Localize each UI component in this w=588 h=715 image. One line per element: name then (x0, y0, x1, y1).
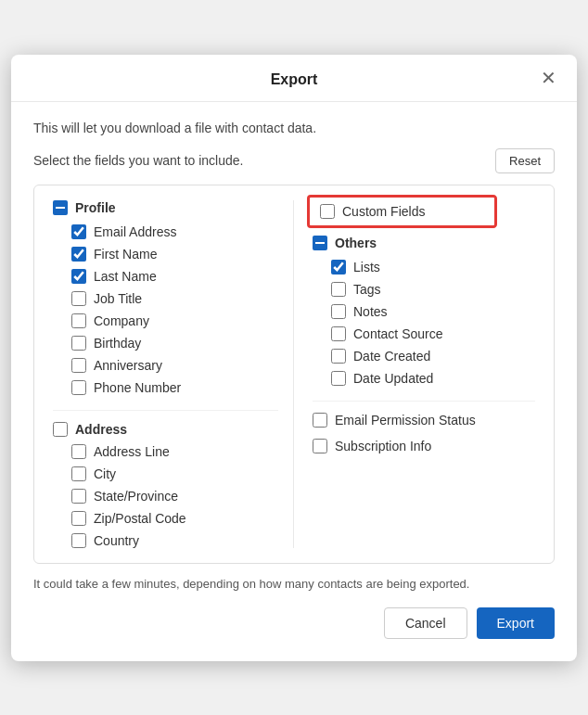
close-button[interactable]: ✕ (537, 65, 560, 91)
field-email-label: Email Address (94, 224, 176, 239)
field-country-label: Country (94, 533, 139, 548)
modal-title: Export (271, 71, 318, 88)
field-birthday[interactable]: Birthday (71, 336, 278, 351)
field-lists-label: Lists (353, 260, 380, 275)
checkbox-date-created[interactable] (331, 349, 346, 364)
address-section: Address Address Line City (53, 410, 278, 548)
left-column: Profile Email Address First Name (53, 200, 294, 548)
checkbox-phone-number[interactable] (71, 380, 86, 395)
field-date-updated-label: Date Updated (353, 371, 433, 386)
field-contact-source-label: Contact Source (353, 326, 443, 341)
field-city[interactable]: City (71, 466, 278, 481)
field-date-created[interactable]: Date Created (331, 349, 535, 364)
field-lists[interactable]: Lists (331, 260, 535, 275)
field-phone-number-label: Phone Number (94, 380, 181, 395)
export-button[interactable]: Export (477, 607, 555, 639)
custom-fields-section: Custom Fields (313, 200, 535, 223)
checkbox-lists[interactable] (331, 260, 346, 275)
subscription-info-wrapper: Subscription Info (313, 439, 535, 453)
checkbox-address[interactable] (53, 422, 68, 437)
others-label: Others (335, 236, 377, 250)
field-job-title[interactable]: Job Title (71, 291, 278, 306)
field-notes-label: Notes (353, 304, 388, 319)
overlay: Export ✕ This will let you download a fi… (0, 0, 588, 715)
email-permission-wrapper: Email Permission Status (313, 401, 535, 428)
checkbox-subscription-info[interactable] (313, 439, 327, 453)
checkbox-date-updated[interactable] (331, 371, 346, 386)
address-header[interactable]: Address (53, 422, 278, 437)
checkbox-email-address[interactable] (71, 224, 86, 239)
field-company[interactable]: Company (71, 313, 278, 328)
field-address-line[interactable]: Address Line (71, 444, 278, 459)
checkbox-last-name[interactable] (71, 269, 86, 284)
field-birthday-label: Birthday (94, 336, 141, 351)
checkbox-custom-fields[interactable] (320, 204, 335, 219)
modal-description: This will let you download a file with c… (33, 121, 555, 135)
field-state-province[interactable]: State/Province (71, 489, 278, 504)
field-last-name-label: Last Name (94, 269, 157, 284)
field-anniversary-label: Anniversary (94, 358, 162, 373)
field-zip-postal[interactable]: Zip/Postal Code (71, 511, 278, 526)
field-email-address[interactable]: Email Address (71, 224, 278, 239)
field-tags[interactable]: Tags (331, 282, 535, 297)
checkbox-notes[interactable] (331, 304, 346, 319)
custom-fields-item[interactable]: Custom Fields (313, 200, 432, 223)
field-subscription-info-label: Subscription Info (335, 439, 431, 453)
checkbox-country[interactable] (71, 533, 86, 548)
others-minus-icon (313, 236, 327, 250)
field-job-title-label: Job Title (94, 291, 142, 306)
checkbox-address-line[interactable] (71, 444, 86, 459)
field-country[interactable]: Country (71, 533, 278, 548)
select-label-row: Select the fields you want to include. R… (33, 148, 555, 173)
profile-section-header: Profile (53, 200, 278, 215)
checkbox-contact-source[interactable] (331, 326, 346, 341)
address-fields: Address Line City State/Province (53, 444, 278, 548)
export-modal: Export ✕ This will let you download a fi… (11, 55, 577, 661)
field-date-created-label: Date Created (353, 349, 430, 364)
checkbox-state-province[interactable] (71, 489, 86, 504)
field-state-province-label: State/Province (94, 489, 178, 504)
address-label: Address (75, 422, 127, 437)
field-first-name[interactable]: First Name (71, 247, 278, 262)
checkbox-first-name[interactable] (71, 247, 86, 262)
cancel-button[interactable]: Cancel (384, 607, 467, 639)
profile-minus-icon (53, 200, 68, 215)
fields-container: Profile Email Address First Name (33, 185, 555, 564)
field-last-name[interactable]: Last Name (71, 269, 278, 284)
field-anniversary[interactable]: Anniversary (71, 358, 278, 373)
others-section: Others Lists Tags (313, 236, 535, 386)
field-date-updated[interactable]: Date Updated (331, 371, 535, 386)
field-phone-number[interactable]: Phone Number (71, 380, 278, 395)
field-company-label: Company (94, 313, 149, 328)
field-subscription-info[interactable]: Subscription Info (313, 439, 535, 453)
checkbox-email-permission[interactable] (313, 413, 327, 428)
modal-header: Export ✕ (11, 55, 577, 102)
right-column: Custom Fields Others (294, 200, 535, 548)
checkbox-anniversary[interactable] (71, 358, 86, 373)
checkbox-job-title[interactable] (71, 291, 86, 306)
field-tags-label: Tags (353, 282, 381, 297)
select-label: Select the fields you want to include. (33, 153, 243, 168)
modal-footer-buttons: Cancel Export (33, 607, 555, 643)
field-address-line-label: Address Line (94, 444, 170, 459)
field-email-permission-label: Email Permission Status (335, 413, 476, 428)
checkbox-company[interactable] (71, 313, 86, 328)
checkbox-tags[interactable] (331, 282, 346, 297)
footer-note: It could take a few minutes, depending o… (33, 577, 555, 591)
profile-fields: Email Address First Name Last Name (53, 224, 278, 395)
others-fields: Lists Tags Notes (313, 260, 535, 386)
modal-body: This will let you download a file with c… (11, 102, 577, 661)
reset-button[interactable]: Reset (495, 148, 555, 173)
field-email-permission[interactable]: Email Permission Status (313, 413, 535, 428)
checkbox-city[interactable] (71, 466, 86, 481)
field-contact-source[interactable]: Contact Source (331, 326, 535, 341)
custom-fields-label: Custom Fields (342, 204, 425, 219)
others-section-header: Others (313, 236, 535, 250)
checkbox-zip-postal[interactable] (71, 511, 86, 526)
checkbox-birthday[interactable] (71, 336, 86, 351)
profile-label: Profile (75, 200, 116, 215)
field-city-label: City (94, 466, 116, 481)
field-first-name-label: First Name (94, 247, 157, 262)
field-zip-postal-label: Zip/Postal Code (94, 511, 186, 526)
field-notes[interactable]: Notes (331, 304, 535, 319)
